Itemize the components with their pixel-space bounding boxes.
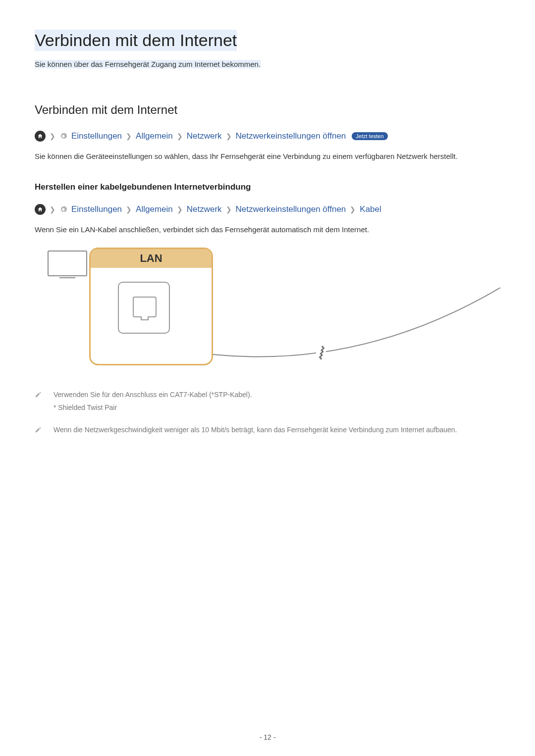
lan-label: LAN: [91, 249, 212, 268]
crumb-general[interactable]: Allgemein: [136, 131, 173, 141]
tv-stand-icon: [59, 276, 75, 278]
note-1: Verwenden Sie für den Anschluss ein CAT7…: [35, 389, 500, 413]
lan-diagram: LAN ⦚: [35, 246, 500, 374]
crumb-open-network[interactable]: Netzwerkeinstellungen öffnen: [236, 131, 346, 141]
chevron-icon: ❯: [126, 205, 132, 213]
page-title: Verbinden mit dem Internet: [35, 30, 237, 51]
chevron-icon: ❯: [50, 132, 55, 140]
chevron-icon: ❯: [50, 205, 55, 213]
section-heading-2: Herstellen einer kabelgebundenen Interne…: [35, 182, 500, 192]
crumb-network[interactable]: Netzwerk: [187, 131, 222, 141]
section1-body: Sie können die Geräteeinstellungen so wä…: [35, 151, 500, 162]
crumb-settings[interactable]: Einstellungen: [71, 131, 122, 141]
section-heading-1: Verbinden mit dem Internet: [35, 103, 500, 117]
note1-line2: * Shielded Twist Pair: [54, 402, 500, 413]
section2-body: Wenn Sie ein LAN-Kabel anschließen, verb…: [35, 224, 500, 236]
breadcrumb-1: ❯ Einstellungen ❯ Allgemein ❯ Netzwerk ❯…: [35, 131, 500, 142]
crumb-settings[interactable]: Einstellungen: [71, 204, 122, 214]
chevron-icon: ❯: [177, 132, 183, 140]
crumb-open-network[interactable]: Netzwerkeinstellungen öffnen: [236, 204, 346, 214]
chevron-icon: ❯: [350, 205, 356, 213]
chevron-icon: ❯: [126, 132, 132, 140]
cable-line-icon: [213, 285, 500, 369]
page-subtitle: Sie können über das Fernsehgerät Zugang …: [35, 60, 261, 68]
home-icon: [35, 131, 46, 142]
crumb-general[interactable]: Allgemein: [136, 204, 173, 214]
home-icon: [35, 204, 46, 215]
crumb-network[interactable]: Netzwerk: [187, 204, 222, 214]
breadcrumb-2: ❯ Einstellungen ❯ Allgemein ❯ Netzwerk ❯…: [35, 204, 500, 215]
note1-line1: Verwenden Sie für den Anschluss ein CAT7…: [54, 389, 500, 400]
chevron-icon: ❯: [226, 205, 232, 213]
gear-icon: [59, 132, 67, 140]
crumb-cable[interactable]: Kabel: [360, 204, 381, 214]
lan-panel: LAN: [89, 248, 213, 365]
chevron-icon: ❯: [177, 205, 183, 213]
gear-icon: [59, 205, 67, 213]
try-now-badge[interactable]: Jetzt testen: [352, 132, 387, 140]
pencil-icon: [35, 389, 45, 413]
tv-icon: [48, 251, 87, 276]
chevron-icon: ❯: [226, 132, 232, 140]
pencil-icon: [35, 424, 45, 437]
note-2: Wenn die Netzwerkgeschwindigkeit weniger…: [35, 424, 500, 437]
note2-text: Wenn die Netzwerkgeschwindigkeit weniger…: [54, 424, 500, 437]
page-number: - 12 -: [0, 733, 535, 741]
break-icon: ⦚: [316, 345, 326, 361]
lan-port-icon: [118, 282, 170, 334]
